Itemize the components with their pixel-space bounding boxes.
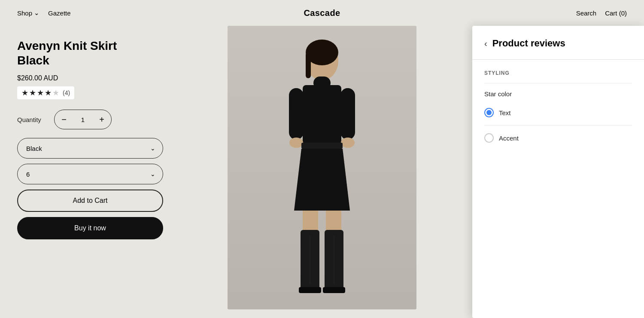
header-left-nav: Shop ⌄ Gazette bbox=[17, 9, 71, 17]
model-svg bbox=[228, 26, 416, 309]
star-4: ★ bbox=[45, 88, 52, 98]
radio-option-accent[interactable]: Accent bbox=[484, 129, 632, 147]
star-color-label: Star color bbox=[484, 90, 632, 98]
buy-now-button[interactable]: Buy it now bbox=[17, 217, 163, 239]
product-image bbox=[228, 26, 416, 309]
shop-chevron-icon: ⌄ bbox=[34, 9, 39, 17]
header: Shop ⌄ Gazette Cascade Search Cart (0) bbox=[0, 0, 644, 26]
svg-rect-7 bbox=[313, 76, 331, 89]
size-select[interactable]: 6 bbox=[17, 164, 163, 184]
main-content: Avenyn Knit Skirt Black $260.00 AUD ★ ★ … bbox=[0, 26, 644, 318]
search-button[interactable]: Search bbox=[576, 9, 597, 17]
site-title: Cascade bbox=[304, 8, 340, 18]
cart-button[interactable]: Cart (0) bbox=[605, 9, 627, 17]
svg-rect-4 bbox=[306, 52, 311, 78]
shop-menu[interactable]: Shop ⌄ bbox=[17, 9, 39, 17]
radio-option-text[interactable]: Text bbox=[484, 104, 632, 122]
svg-rect-15 bbox=[326, 211, 341, 232]
reviews-panel-title: Product reviews bbox=[492, 38, 565, 49]
svg-rect-8 bbox=[289, 88, 304, 140]
quantity-label: Quantity bbox=[17, 116, 47, 123]
reviews-panel: ‹ Product reviews STYLING Star color Tex… bbox=[472, 26, 644, 318]
shop-label: Shop bbox=[17, 9, 32, 17]
quantity-increase-button[interactable]: + bbox=[92, 110, 111, 129]
svg-rect-12 bbox=[301, 143, 343, 149]
styling-section-label: STYLING bbox=[484, 70, 632, 76]
radio-inner-text bbox=[486, 110, 492, 115]
reviews-panel-header: ‹ Product reviews bbox=[472, 26, 644, 60]
product-title: Avenyn Knit Skirt Black bbox=[17, 39, 163, 67]
reviews-back-button[interactable]: ‹ bbox=[484, 39, 487, 49]
radio-label-text: Text bbox=[499, 109, 511, 116]
quantity-control: − 1 + bbox=[54, 110, 112, 129]
back-chevron-icon: ‹ bbox=[484, 39, 487, 49]
svg-rect-14 bbox=[303, 211, 318, 232]
star-1: ★ bbox=[21, 88, 28, 98]
quantity-decrease-button[interactable]: − bbox=[55, 110, 73, 129]
svg-point-11 bbox=[341, 138, 355, 148]
svg-rect-19 bbox=[323, 287, 345, 293]
svg-rect-18 bbox=[299, 287, 321, 293]
styling-divider bbox=[484, 83, 632, 83]
star-2: ★ bbox=[29, 88, 36, 98]
quantity-row: Quantity − 1 + bbox=[17, 110, 163, 129]
review-count: (4) bbox=[63, 89, 70, 96]
svg-rect-6 bbox=[303, 85, 341, 145]
svg-rect-9 bbox=[340, 88, 355, 140]
add-to-cart-button[interactable]: Add to Cart bbox=[17, 190, 163, 212]
size-select-wrapper: 6 ⌄ bbox=[17, 164, 163, 184]
option-divider bbox=[484, 125, 632, 125]
star-5: ★ bbox=[52, 88, 59, 98]
color-select[interactable]: Black bbox=[17, 138, 163, 159]
svg-marker-13 bbox=[294, 149, 350, 211]
star-rating: ★ ★ ★ ★ ★ bbox=[21, 88, 59, 98]
radio-circle-accent bbox=[484, 133, 494, 143]
svg-point-10 bbox=[289, 138, 303, 148]
product-details-panel: Avenyn Knit Skirt Black $260.00 AUD ★ ★ … bbox=[0, 26, 180, 318]
product-price: $260.00 AUD bbox=[17, 74, 163, 82]
header-right-nav: Search Cart (0) bbox=[576, 9, 627, 17]
rating-row: ★ ★ ★ ★ ★ (4) bbox=[17, 86, 74, 99]
radio-circle-text bbox=[484, 108, 494, 117]
star-3: ★ bbox=[37, 88, 44, 98]
color-select-wrapper: Black ⌄ bbox=[17, 138, 163, 159]
radio-label-accent: Accent bbox=[499, 135, 519, 142]
gazette-link[interactable]: Gazette bbox=[48, 9, 71, 17]
product-image-section bbox=[180, 26, 464, 318]
reviews-panel-body: STYLING Star color Text Accent bbox=[472, 60, 644, 157]
quantity-value: 1 bbox=[73, 116, 92, 123]
